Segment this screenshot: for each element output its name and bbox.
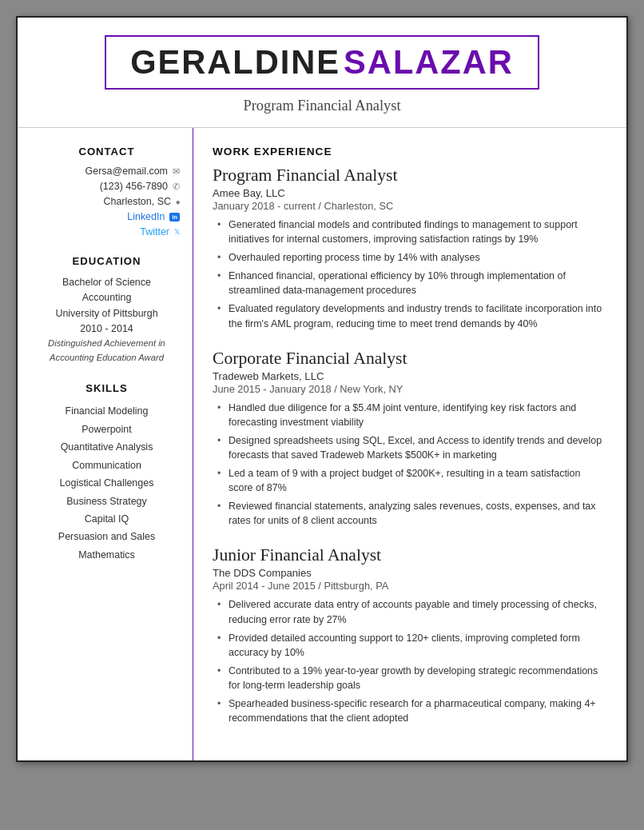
skill-item: Mathematics bbox=[34, 546, 180, 564]
education-title: EDUCATION bbox=[34, 255, 180, 267]
phone-text: (123) 456-7890 bbox=[100, 181, 168, 192]
job-bullets: Delivered accurate data entry of account… bbox=[213, 597, 607, 725]
job-subtitle: Program Financial Analyst bbox=[42, 98, 602, 114]
linkedin-item[interactable]: LinkedIn bbox=[34, 211, 180, 222]
jobs-container: Program Financial AnalystAmee Bay, LLCJa… bbox=[213, 166, 607, 725]
bullet-item: Handled due diligence for a $5.4M joint … bbox=[216, 401, 607, 429]
resume-document: GERALDINE SALAZAR Program Financial Anal… bbox=[16, 16, 628, 762]
bullet-item: Delivered accurate data entry of account… bbox=[216, 597, 607, 626]
job-block: Corporate Financial AnalystTradeweb Mark… bbox=[213, 349, 607, 529]
linkedin-label: LinkedIn bbox=[127, 211, 165, 222]
job-title: Corporate Financial Analyst bbox=[213, 349, 607, 369]
job-meta: January 2018 - current / Charleston, SC bbox=[213, 200, 607, 212]
edu-school: University of Pittsburgh bbox=[34, 306, 180, 321]
skill-item: Persuasion and Sales bbox=[34, 528, 180, 545]
resume-header: GERALDINE SALAZAR Program Financial Anal… bbox=[18, 18, 626, 127]
location-item: Charleston, SC bbox=[34, 196, 180, 207]
skills-list: Financial ModelingPowerpointQuantitative… bbox=[34, 402, 180, 564]
job-title: Junior Financial Analyst bbox=[213, 545, 607, 565]
bullet-item: Led a team of 9 with a project budget of… bbox=[216, 466, 607, 495]
location-icon bbox=[176, 198, 180, 206]
contact-section: CONTACT Gersa@email.com (123) 456-7890 C… bbox=[34, 146, 180, 237]
job-meta: June 2015 - January 2018 / New York, NY bbox=[213, 383, 607, 395]
bullet-item: Reviewed financial statements, analyzing… bbox=[216, 499, 607, 528]
linkedin-icon bbox=[169, 213, 180, 221]
skill-item: Communication bbox=[34, 457, 180, 474]
edu-field: Accounting bbox=[34, 290, 180, 305]
last-name: SALAZAR bbox=[344, 43, 514, 81]
job-company: Tradeweb Markets, LLC bbox=[213, 370, 607, 382]
twitter-label: Twitter bbox=[140, 226, 169, 237]
skill-item: Quantitative Analysis bbox=[34, 438, 180, 456]
job-bullets: Handled due diligence for a $5.4M joint … bbox=[213, 401, 607, 529]
email-text: Gersa@email.com bbox=[85, 166, 168, 177]
name-box: GERALDINE SALAZAR bbox=[105, 35, 539, 90]
location-text: Charleston, SC bbox=[103, 196, 171, 207]
first-name: GERALDINE bbox=[130, 43, 340, 81]
phone-item: (123) 456-7890 bbox=[34, 181, 180, 192]
skills-title: SKILLS bbox=[34, 382, 180, 394]
edu-degree: Bachelor of Science bbox=[34, 275, 180, 290]
bullet-item: Provided detailed accounting support to … bbox=[216, 631, 607, 660]
skill-item: Powerpoint bbox=[34, 421, 180, 438]
bullet-item: Designed spreadsheets using SQL, Excel, … bbox=[216, 433, 607, 462]
skill-item: Logistical Challenges bbox=[34, 474, 180, 492]
contact-title: CONTACT bbox=[34, 146, 180, 158]
skills-section: SKILLS Financial ModelingPowerpointQuant… bbox=[34, 382, 180, 564]
skill-item: Capital IQ bbox=[34, 510, 180, 528]
education-block: Bachelor of Science Accounting Universit… bbox=[34, 275, 180, 365]
job-company: The DDS Companies bbox=[213, 567, 607, 579]
twitter-icon bbox=[174, 228, 180, 236]
work-experience-title: WORK EXPERIENCE bbox=[213, 146, 607, 158]
job-bullets: Generated financial models and contribut… bbox=[213, 217, 607, 331]
main-content: WORK EXPERIENCE Program Financial Analys… bbox=[193, 128, 626, 760]
bullet-item: Enhanced financial, operational efficien… bbox=[216, 269, 607, 297]
education-section: EDUCATION Bachelor of Science Accounting… bbox=[34, 255, 180, 365]
edu-years: 2010 - 2014 bbox=[34, 321, 180, 337]
skill-item: Financial Modeling bbox=[34, 402, 180, 420]
bullet-item: Spearheaded business-specific research f… bbox=[216, 696, 607, 725]
job-company: Amee Bay, LLC bbox=[213, 187, 607, 199]
bullet-item: Generated financial models and contribut… bbox=[216, 217, 607, 246]
email-icon bbox=[173, 166, 180, 176]
skill-item: Business Strategy bbox=[34, 493, 180, 510]
job-block: Program Financial AnalystAmee Bay, LLCJa… bbox=[213, 166, 607, 331]
job-meta: April 2014 - June 2015 / Pittsburgh, PA bbox=[213, 580, 607, 592]
twitter-item[interactable]: Twitter bbox=[34, 226, 180, 237]
phone-icon bbox=[173, 182, 180, 191]
email-item: Gersa@email.com bbox=[34, 166, 180, 177]
bullet-item: Overhauled reporting process time by 14%… bbox=[216, 250, 607, 265]
edu-award: Distinguished Achievement in Accounting … bbox=[34, 337, 180, 365]
bullet-item: Contributed to a 19% year-to-year growth… bbox=[216, 664, 607, 692]
job-title: Program Financial Analyst bbox=[213, 166, 607, 186]
job-block: Junior Financial AnalystThe DDS Companie… bbox=[213, 545, 607, 725]
sidebar: CONTACT Gersa@email.com (123) 456-7890 C… bbox=[18, 128, 193, 760]
bullet-item: Evaluated regulatory developments and in… bbox=[216, 301, 607, 330]
resume-body: CONTACT Gersa@email.com (123) 456-7890 C… bbox=[18, 127, 626, 760]
